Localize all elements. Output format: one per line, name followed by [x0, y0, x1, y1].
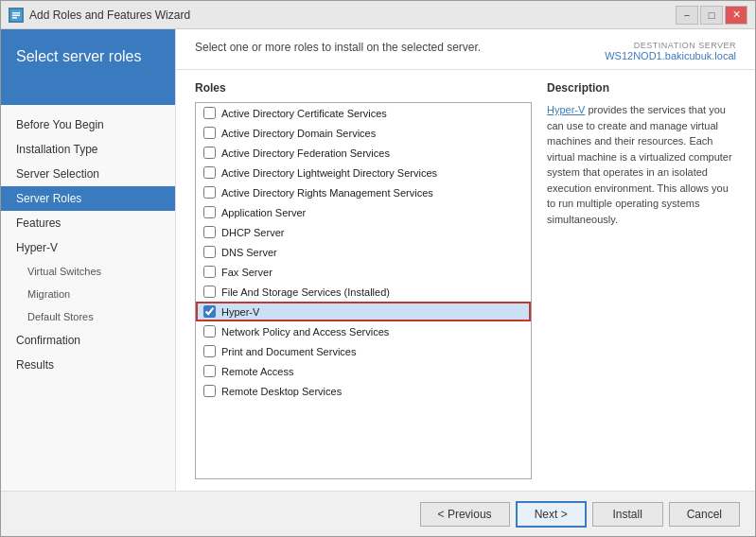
ad-federation-checkbox[interactable]	[203, 147, 216, 159]
svg-rect-3	[12, 17, 17, 19]
role-label: Active Directory Certificate Services	[221, 108, 387, 119]
role-label: Active Directory Federation Services	[221, 147, 390, 159]
sidebar-item-server-selection[interactable]: Server Selection	[1, 162, 175, 186]
description-section: Description Hyper-V provides the service…	[547, 81, 736, 479]
role-label: Print and Document Services	[221, 346, 356, 357]
description-text: provides the services that you can use t…	[547, 104, 732, 225]
wizard-window: Add Roles and Features Wizard − □ ✕ Sele…	[0, 0, 756, 537]
minimize-button[interactable]: −	[676, 6, 698, 25]
role-label: Active Directory Rights Management Servi…	[221, 187, 433, 199]
list-item[interactable]: DHCP Server	[196, 222, 531, 242]
nav-menu: Before You Begin Installation Type Serve…	[1, 105, 175, 491]
app-server-checkbox[interactable]	[203, 206, 216, 218]
wizard-icon	[9, 8, 24, 23]
remote-access-checkbox[interactable]	[203, 365, 216, 377]
ad-domain-checkbox[interactable]	[203, 127, 216, 139]
footer: < Previous Next > Install Cancel	[1, 491, 755, 536]
list-item[interactable]: Active Directory Lightweight Directory S…	[196, 163, 531, 182]
sidebar-item-confirmation[interactable]: Confirmation	[1, 328, 175, 353]
role-label: Hyper-V	[221, 306, 259, 318]
list-item[interactable]: Network Policy and Access Services	[196, 321, 531, 341]
file-storage-checkbox[interactable]	[203, 286, 216, 298]
sidebar-item-default-stores[interactable]: Default Stores	[1, 305, 175, 328]
roles-title: Roles	[195, 81, 532, 95]
list-item[interactable]: Active Directory Federation Services	[196, 143, 531, 163]
roles-section: Roles Active Directory Certificate Servi…	[195, 81, 532, 479]
destination-name: WS12NOD1.bakicubuk.local	[605, 50, 736, 61]
ad-cert-checkbox[interactable]	[203, 107, 216, 119]
title-bar: Add Roles and Features Wizard − □ ✕	[1, 1, 755, 29]
list-item[interactable]: Remote Access	[196, 361, 531, 381]
roles-list-container[interactable]: Active Directory Certificate Services Ac…	[195, 102, 532, 479]
sidebar-item-features[interactable]: Features	[1, 211, 175, 235]
role-label: Remote Desktop Services	[221, 386, 342, 397]
right-panel: Select one or more roles to install on t…	[176, 29, 755, 491]
sidebar-item-server-roles[interactable]: Server Roles	[1, 186, 175, 211]
role-label: Network Policy and Access Services	[221, 326, 389, 338]
description-body: Hyper-V provides the services that you c…	[547, 102, 736, 227]
svg-rect-2	[12, 14, 20, 16]
close-button[interactable]: ✕	[725, 6, 747, 25]
list-item[interactable]: Fax Server	[196, 262, 531, 282]
role-label: File And Storage Services (Installed)	[221, 286, 390, 298]
list-item[interactable]: Remote Desktop Services	[196, 381, 531, 401]
content-area: Select server roles Before You Begin Ins…	[1, 29, 755, 491]
hyper-v-link[interactable]: Hyper-V	[547, 104, 585, 115]
window-title: Add Roles and Features Wizard	[29, 9, 190, 22]
role-label: Application Server	[221, 207, 306, 218]
role-label: DNS Server	[221, 247, 277, 258]
fax-checkbox[interactable]	[203, 266, 216, 278]
left-panel: Select server roles Before You Begin Ins…	[1, 29, 176, 491]
list-item[interactable]: Active Directory Certificate Services	[196, 103, 531, 123]
sidebar-item-before-you-begin[interactable]: Before You Begin	[1, 113, 175, 137]
list-item[interactable]: Active Directory Rights Management Servi…	[196, 182, 531, 202]
dhcp-checkbox[interactable]	[203, 226, 216, 238]
role-label: Remote Access	[221, 366, 293, 377]
ad-lightweight-checkbox[interactable]	[203, 166, 216, 179]
role-label: Active Directory Domain Services	[221, 128, 376, 139]
list-item[interactable]: File And Storage Services (Installed)	[196, 282, 531, 302]
dns-checkbox[interactable]	[203, 246, 216, 258]
role-label: Fax Server	[221, 267, 273, 278]
network-policy-checkbox[interactable]	[203, 325, 216, 338]
install-button[interactable]: Install	[592, 502, 663, 527]
hyper-v-checkbox[interactable]	[203, 305, 216, 318]
ad-rights-checkbox[interactable]	[203, 186, 216, 199]
list-item[interactable]: Print and Document Services	[196, 341, 531, 361]
restore-button[interactable]: □	[700, 6, 723, 25]
left-header-title: Select server roles	[16, 48, 160, 65]
svg-rect-1	[12, 12, 20, 14]
title-bar-left: Add Roles and Features Wizard	[9, 8, 190, 23]
print-doc-checkbox[interactable]	[203, 345, 216, 357]
header-description: Select one or more roles to install on t…	[195, 41, 605, 54]
role-label: Active Directory Lightweight Directory S…	[221, 167, 437, 179]
destination-label: DESTINATION SERVER	[605, 41, 736, 50]
cancel-button[interactable]: Cancel	[669, 502, 740, 527]
list-item[interactable]: DNS Server	[196, 242, 531, 262]
sidebar-item-migration[interactable]: Migration	[1, 283, 175, 305]
remote-desktop-checkbox[interactable]	[203, 385, 216, 397]
list-item[interactable]: Active Directory Domain Services	[196, 123, 531, 143]
description-title: Description	[547, 81, 736, 95]
next-button[interactable]: Next >	[516, 501, 587, 528]
role-label: DHCP Server	[221, 227, 284, 238]
sidebar-item-installation-type[interactable]: Installation Type	[1, 137, 175, 162]
sidebar-item-virtual-switches[interactable]: Virtual Switches	[1, 260, 175, 283]
sidebar-item-results[interactable]: Results	[1, 353, 175, 377]
roles-list: Active Directory Certificate Services Ac…	[196, 103, 531, 401]
right-header: Select one or more roles to install on t…	[176, 29, 755, 70]
left-header: Select server roles	[1, 29, 175, 105]
hyper-v-list-item[interactable]: Hyper-V	[196, 302, 531, 321]
destination-server-info: DESTINATION SERVER WS12NOD1.bakicubuk.lo…	[605, 41, 736, 61]
title-bar-controls: − □ ✕	[676, 6, 747, 25]
list-item[interactable]: Application Server	[196, 202, 531, 222]
sidebar-item-hyper-v[interactable]: Hyper-V	[1, 235, 175, 260]
main-content: Roles Active Directory Certificate Servi…	[176, 70, 755, 491]
previous-button[interactable]: < Previous	[420, 502, 510, 527]
